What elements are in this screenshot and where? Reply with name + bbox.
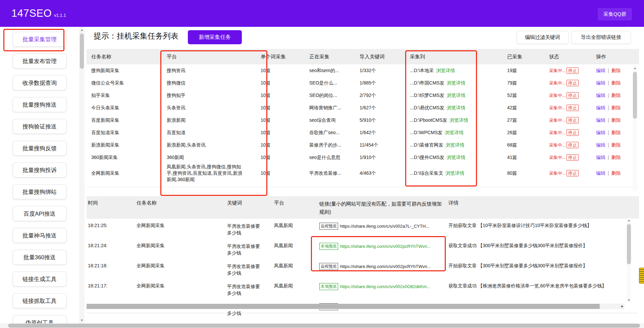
delete-link[interactable]: 删除 bbox=[611, 80, 621, 86]
stop-button[interactable]: 停止 bbox=[567, 129, 579, 136]
edit-link[interactable]: 编辑 bbox=[596, 155, 605, 160]
sidebar-item[interactable]: 批量采集管理 bbox=[13, 32, 66, 47]
sidebar-item[interactable]: 搜狗验证推送 bbox=[13, 119, 66, 134]
task-name-cell: 全网新闻采集 bbox=[135, 283, 226, 289]
task-table-vscroll-thumb[interactable] bbox=[633, 72, 637, 119]
view-details-link[interactable]: 浏览详情 bbox=[445, 130, 464, 135]
delete-link[interactable]: 删除 bbox=[611, 170, 621, 176]
target-cell: ...D:\易优CMS发浏览详情 bbox=[405, 105, 502, 111]
article-url-link[interactable]: https://ishare.ifeng.com/c/s/v002pcRYhTW… bbox=[340, 244, 431, 249]
task-name-cell: 微信公众号采集 bbox=[87, 80, 162, 86]
log-table-vertical-scrollbar[interactable]: ▲ ▼ bbox=[627, 218, 631, 303]
qq-group-button[interactable]: 采集QQ群 bbox=[598, 8, 632, 20]
sidebar-item[interactable]: 批量360推送 bbox=[13, 250, 66, 265]
delete-link[interactable]: 删除 bbox=[611, 130, 621, 135]
sidebar-item[interactable]: 批量发布管理 bbox=[13, 54, 66, 68]
sidebar-item[interactable]: 批量搜狗推送 bbox=[13, 97, 66, 112]
edit-link[interactable]: 编辑 bbox=[596, 117, 605, 123]
task-name-cell: 全网新闻采集 bbox=[135, 263, 226, 269]
sidebar-item[interactable]: 批量搜狗投诉 bbox=[13, 163, 66, 177]
view-details-link[interactable]: 浏览详情 bbox=[446, 170, 465, 176]
add-task-button[interactable]: 新增采集任务 bbox=[188, 30, 242, 44]
sidebar-item[interactable]: 链接抓取工具 bbox=[13, 293, 66, 308]
delete-link[interactable]: 删除 bbox=[611, 117, 621, 123]
column-header-keywords: 导入关键词 bbox=[355, 54, 405, 60]
page-vertical-scrollbar[interactable]: ▲ ▼ bbox=[79, 27, 85, 323]
edit-link[interactable]: 编辑 bbox=[596, 80, 605, 86]
scroll-up-arrow-icon[interactable]: ▲ bbox=[633, 66, 637, 70]
column-header-status: 状态 bbox=[544, 54, 591, 60]
log-table-horizontal-scrollbar[interactable]: ▶ bbox=[87, 304, 625, 309]
article-url-link[interactable]: https://ishare.ifeng.com/c/s/v002a7L-_CY… bbox=[340, 224, 429, 229]
log-table-hscroll-thumb[interactable] bbox=[87, 304, 600, 309]
scroll-up-arrow-icon[interactable]: ▲ bbox=[79, 28, 85, 32]
sidebar-item[interactable]: 百度API推送 bbox=[13, 206, 66, 221]
status-cell: 采集中...停止 bbox=[544, 155, 591, 161]
edit-link[interactable]: 编辑 bbox=[596, 170, 605, 176]
log-table-vscroll-thumb[interactable] bbox=[627, 224, 631, 264]
delete-link[interactable]: 删除 bbox=[611, 155, 621, 160]
delete-link[interactable]: 删除 bbox=[611, 105, 621, 110]
collecting-cell: 谷歌推广seo... bbox=[305, 130, 355, 136]
preview-badge[interactable]: 本地预览 bbox=[319, 243, 338, 250]
preview-badge[interactable]: 远程预览 bbox=[319, 223, 338, 230]
stop-button[interactable]: 停止 bbox=[567, 80, 579, 86]
scroll-down-arrow-icon[interactable]: ▼ bbox=[627, 298, 631, 302]
platform-cell: 凤凰新闻,头条资讯,搜狗微信,搜狗知乎,搜狗资讯,百度知道,百度资讯,新浪新闻,… bbox=[162, 164, 256, 183]
delete-link[interactable]: 删除 bbox=[611, 68, 621, 73]
yellow-scroll-handle[interactable] bbox=[639, 268, 644, 284]
view-details-link[interactable]: 浏览详情 bbox=[447, 93, 466, 98]
task-name-cell: 今日头条采集 bbox=[87, 105, 162, 111]
article-url-link[interactable]: https://ishare.ifeng.com/c/s/v002x0O82dk… bbox=[340, 284, 430, 289]
stop-button[interactable]: 停止 bbox=[567, 117, 579, 123]
keyword-cell: 平房改造装修要多少钱 bbox=[226, 283, 273, 296]
task-table-row: 百度知道采集 百度知道 10篇 谷歌推广seo... 1/642个 ...D:\… bbox=[87, 126, 639, 139]
scroll-up-arrow-icon[interactable]: ▲ bbox=[627, 219, 631, 222]
view-details-link[interactable]: 浏览详情 bbox=[447, 105, 466, 110]
delete-link[interactable]: 删除 bbox=[611, 93, 621, 98]
edit-filter-keywords-button[interactable]: 编辑过滤关键词 bbox=[517, 31, 569, 44]
stop-button[interactable]: 停止 bbox=[567, 154, 579, 161]
preview-badge[interactable]: 本地预览 bbox=[319, 283, 338, 290]
time-cell: 18:21:24: bbox=[87, 243, 135, 248]
task-table-header: 任务名称 平台 单个词采集 正在采集 导入关键词 采集到 已采集 状态 操作 bbox=[87, 49, 639, 64]
view-details-link[interactable]: 浏览详情 bbox=[447, 80, 466, 86]
page-vscroll-thumb[interactable] bbox=[80, 34, 84, 69]
scroll-right-arrow-icon[interactable]: ▶ bbox=[621, 305, 624, 308]
target-path: ...D:\PbootCMS发 bbox=[410, 117, 447, 123]
stop-button[interactable]: 停止 bbox=[567, 105, 579, 111]
edit-link[interactable]: 编辑 bbox=[596, 142, 605, 148]
export-error-links-button[interactable]: 导出全部错误链接 bbox=[571, 31, 631, 44]
scroll-down-arrow-icon[interactable]: ▼ bbox=[79, 318, 85, 323]
view-details-link[interactable]: 浏览详情 bbox=[447, 155, 466, 160]
sidebar-item[interactable]: 批量搜狗绑站 bbox=[13, 184, 66, 199]
stop-button[interactable]: 停止 bbox=[567, 142, 579, 148]
article-url-link[interactable]: https://ishare.ifeng.com/c/s/v002pcRYhTW… bbox=[340, 264, 431, 269]
sidebar-item[interactable]: 链接生成工具 bbox=[13, 272, 66, 286]
time-cell: 18:21:25: bbox=[87, 223, 135, 228]
stop-button[interactable]: 停止 bbox=[567, 67, 579, 74]
platform-cell: 凤凰新闻 bbox=[273, 223, 318, 229]
edit-link[interactable]: 编辑 bbox=[596, 130, 605, 135]
preview-badge[interactable]: 远程预览 bbox=[319, 263, 338, 270]
edit-link[interactable]: 编辑 bbox=[596, 93, 605, 98]
status-text: 采集中... bbox=[549, 105, 566, 110]
platform-cell: 头条资讯 bbox=[162, 105, 256, 111]
action-separator: | bbox=[608, 117, 609, 123]
keyword-progress-cell: 5/910个 bbox=[355, 117, 405, 123]
collecting-cell: seo是什么意思 bbox=[305, 155, 355, 161]
view-details-link[interactable]: 浏览详情 bbox=[449, 117, 468, 123]
sidebar-item[interactable]: 收录数据查询 bbox=[13, 75, 66, 90]
sidebar-item[interactable]: 批量神马推送 bbox=[13, 228, 66, 243]
log-table-row: 18:21:17: 全网新闻采集 平房改造装修要多少钱 凤凰新闻 本地预览htt… bbox=[87, 279, 639, 299]
stop-button[interactable]: 停止 bbox=[567, 92, 579, 99]
status-text: 采集中... bbox=[549, 143, 566, 148]
edit-link[interactable]: 编辑 bbox=[596, 105, 605, 110]
edit-link[interactable]: 编辑 bbox=[596, 68, 605, 73]
delete-link[interactable]: 删除 bbox=[611, 142, 621, 148]
stop-button[interactable]: 停止 bbox=[567, 170, 579, 176]
view-details-link[interactable]: 浏览详情 bbox=[446, 142, 465, 148]
task-table-vertical-scrollbar[interactable]: ▲ bbox=[633, 66, 637, 190]
sidebar-item[interactable]: 批量搜狗反馈 bbox=[13, 141, 66, 156]
view-details-link[interactable]: 浏览详情 bbox=[436, 68, 455, 73]
